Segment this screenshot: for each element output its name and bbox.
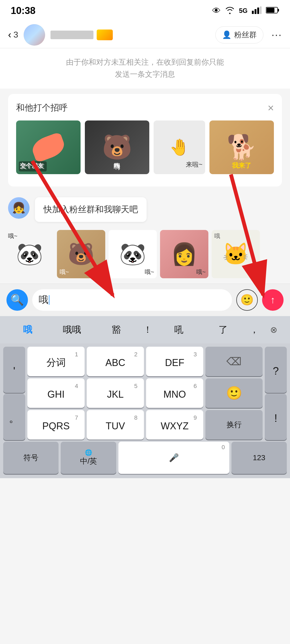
key-fuhao[interactable]: 符号 (3, 442, 59, 474)
sticker-label-wecame: 我来了 (232, 161, 251, 170)
key-newline[interactable]: 换行 (205, 410, 263, 440)
sticker-item-bear[interactable]: 🐻 嗨 (85, 120, 149, 174)
sticker-label-jiaoge: 交个朋友 (20, 162, 44, 170)
nav-bar: ‹ 3 👤 粉丝群 ··· (0, 21, 290, 48)
sticker-item-come[interactable]: 🤚 来啦~ (154, 120, 205, 174)
key-exclaim[interactable]: ! (265, 394, 287, 440)
keyboard-row-1-main: 1 分词 2 ABC 3 DEF ⌫ (26, 346, 264, 377)
search-icon: 🔍 (10, 294, 24, 306)
key-8-tuv[interactable]: 8 TUV (87, 410, 144, 440)
sticker-grid-top: 交个朋友 🐻 嗨 🤚 来啦~ 🐕 我来了 (16, 120, 274, 174)
ime-suggest-4[interactable]: ！ (139, 321, 157, 339)
key-123[interactable]: 123 (231, 442, 287, 474)
key-period[interactable]: 。 (3, 394, 25, 440)
globe-icon: 🌐 (85, 449, 92, 456)
sticker-dog-emoji: 🐕 (227, 133, 257, 161)
main-keys: 1 分词 2 ABC 3 DEF ⌫ (26, 346, 264, 441)
key-5-label: JKL (107, 389, 124, 400)
key-7-pqrs[interactable]: 7 PQRS (27, 410, 85, 440)
key-3-label: DEF (165, 357, 184, 368)
chat-bubble: 快加入粉丝群和我聊天吧 (35, 197, 147, 222)
sticker-panel-title: 和他打个招呼 (16, 102, 68, 114)
svg-rect-5 (278, 9, 279, 12)
back-button[interactable]: ‹ 3 (8, 29, 18, 41)
sticker-cat[interactable]: 🐱 哦 (212, 230, 260, 278)
key-4-ghi[interactable]: 4 GHI (27, 378, 85, 408)
key-question[interactable]: ? (265, 347, 287, 393)
emoji-button[interactable]: 🙂 (236, 289, 258, 311)
key-2-abc[interactable]: 2 ABC (87, 347, 144, 376)
sticker-item-dog[interactable]: 🐕 我来了 (209, 120, 274, 174)
sticker-panel-top: 和他打个招呼 × 交个朋友 🐻 嗨 🤚 来啦~ (8, 94, 282, 186)
key-zhong[interactable]: 🌐 中/英 (61, 442, 116, 474)
sticker-bear-2[interactable]: 🐻 哦~ (57, 230, 105, 278)
key-5-jkl[interactable]: 5 JKL (87, 378, 144, 408)
sticker-panda-1[interactable]: 🐼 哦~ (5, 230, 54, 278)
key-6-mno[interactable]: 6 MNO (146, 378, 203, 408)
notification-count: 3 (13, 30, 18, 40)
key-9-wxyz[interactable]: 9 WXYZ (146, 410, 203, 440)
key-3-def[interactable]: 3 DEF (146, 347, 203, 376)
ime-suggest-6[interactable]: 了 (201, 321, 245, 339)
avatar-image (24, 24, 45, 46)
key-6-label: MNO (164, 389, 186, 400)
key-exclaim-label: ! (274, 412, 277, 424)
avatar (24, 24, 45, 46)
status-time: 10:38 (11, 5, 35, 16)
ime-suggestion-bar: 哦 哦哦 豁 ！ 吼 了 ， ⊗ (0, 316, 290, 343)
svg-rect-3 (260, 6, 262, 14)
sticker-girl[interactable]: 👩 哦~ (160, 230, 208, 278)
key-period-label: 。 (9, 411, 20, 426)
sticker-bottom-row: 🐼 哦~ 🐻 哦~ 🐼 哦~ 👩 哦~ 🐱 哦 (0, 227, 290, 284)
chat-bubble-area: 👧 快加入粉丝群和我聊天吧 (0, 192, 290, 227)
chat-bubble-text: 快加入粉丝群和我聊天吧 (44, 204, 138, 214)
key-5-number: 5 (134, 383, 137, 390)
ime-delete-button[interactable]: ⊗ (263, 325, 285, 335)
cursor (49, 295, 49, 305)
zhong-label: 中/英 (80, 456, 97, 466)
ime-suggest-1[interactable]: 哦 (5, 321, 50, 339)
sticker-panel-header: 和他打个招呼 × (16, 102, 274, 114)
search-button[interactable]: 🔍 (6, 289, 28, 311)
key-1-fenci[interactable]: 1 分词 (27, 347, 85, 376)
status-icons: 👁 5G (212, 6, 279, 16)
key-1-number: 1 (75, 351, 78, 358)
chat-area: 和他打个招呼 × 交个朋友 🐻 嗨 🤚 来啦~ (0, 94, 290, 284)
text-input-wrapper[interactable]: 哦 (32, 289, 232, 311)
key-emoji-right[interactable]: 🙂 (205, 378, 263, 408)
key-9-label: WXYZ (161, 420, 189, 432)
key-delete[interactable]: ⌫ (205, 347, 263, 376)
key-quote-label: ' (13, 365, 15, 377)
send-icon: ↑ (270, 294, 275, 306)
input-text[interactable]: 哦 (39, 293, 48, 306)
delete-key-icon: ⌫ (226, 355, 242, 368)
ime-suggest-3[interactable]: 豁 (94, 321, 139, 339)
signal-icon: 5G (239, 7, 248, 14)
key-space[interactable]: 0 🎤 (118, 442, 229, 474)
svg-rect-2 (257, 8, 259, 14)
send-button[interactable]: ↑ (262, 289, 284, 311)
sticker-panda-2[interactable]: 🐼 哦~ (108, 230, 157, 278)
ime-suggest-2[interactable]: 哦哦 (50, 321, 95, 339)
sticker-label-come: 来啦~ (186, 160, 202, 169)
ime-suggest-5[interactable]: 吼 (157, 321, 201, 339)
key-1-label: 分词 (46, 356, 66, 369)
key-7-number: 7 (75, 414, 78, 421)
sticker-grid-bottom: 🐼 哦~ 🐻 哦~ 🐼 哦~ 👩 哦~ 🐱 哦 (5, 230, 285, 278)
ime-suggest-7[interactable]: ， (245, 321, 263, 339)
sticker-panel-close-button[interactable]: × (268, 102, 274, 114)
sticker-item-jiaoge[interactable]: 交个朋友 (16, 120, 81, 174)
mic-icon: 🎤 (169, 453, 179, 462)
signal-bars (252, 6, 262, 15)
key-8-label: TUV (106, 420, 125, 432)
more-button[interactable]: ··· (271, 29, 282, 41)
key-quote[interactable]: ' (3, 347, 25, 393)
visibility-icon: 👁 (212, 6, 221, 16)
svg-rect-6 (266, 8, 274, 13)
key-8-number: 8 (134, 414, 137, 421)
key-4-number: 4 (75, 383, 78, 390)
fans-group-button[interactable]: 👤 粉丝群 (215, 26, 263, 43)
key-7-label: PQRS (42, 420, 70, 432)
keyboard-bottom-row: 符号 🌐 中/英 0 🎤 123 (0, 441, 290, 478)
status-bar: 10:38 👁 5G (0, 0, 290, 21)
